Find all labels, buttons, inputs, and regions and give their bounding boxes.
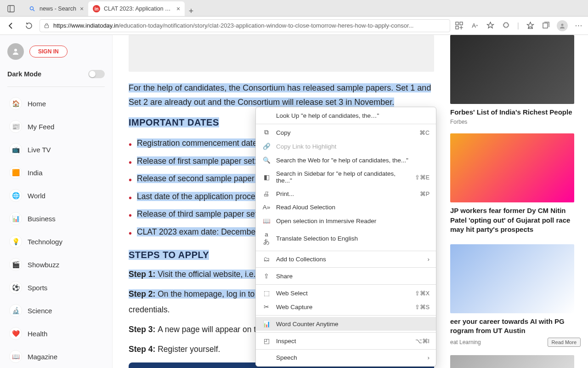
sidebar-item-live-tv[interactable]: 📺Live TV — [7, 139, 105, 160]
ctx-print[interactable]: 🖨Print...⌘P — [256, 187, 436, 201]
close-tab-icon[interactable]: × — [176, 5, 180, 12]
chevron-right-icon: › — [428, 256, 430, 263]
ctx-word-counter[interactable]: 📊Word Counter Anytime — [256, 317, 436, 331]
favorites-bar-icon[interactable] — [526, 21, 535, 30]
tab-title: news - Search — [40, 6, 76, 12]
ctx-immersive[interactable]: 📖Open selection in Immersive Reader — [256, 214, 436, 228]
sidebar-item-world[interactable]: 🌐World — [7, 185, 105, 206]
ctx-inspect[interactable]: ◰Inspect⌥⌘I — [256, 334, 436, 348]
svg-rect-6 — [460, 22, 463, 25]
profile-avatar-icon[interactable] — [557, 20, 568, 31]
tab-panel-button[interactable] — [4, 1, 18, 16]
sidebar-item-showbuzz[interactable]: 🎬Showbuzz — [7, 254, 105, 275]
card-thumbnail — [450, 133, 574, 202]
card-thumbnail — [450, 355, 574, 368]
toolbar-icons: A» | ··· — [455, 20, 583, 31]
sidebar-item-technology[interactable]: 💡Technology — [7, 231, 105, 252]
sidebar-item-science[interactable]: 🔬Science — [7, 300, 105, 321]
collections-icon: 🗂 — [262, 256, 271, 263]
ctx-search-web[interactable]: 🔍Search the Web for "e help of candidate… — [256, 153, 436, 167]
favorite-icon[interactable] — [486, 21, 495, 30]
translate-icon: aあ — [262, 231, 271, 246]
copy-icon: ⧉ — [262, 129, 271, 136]
dark-mode-toggle[interactable] — [88, 70, 105, 78]
ad-placeholder — [129, 35, 434, 72]
sidebar-item-sports[interactable]: ⚽Sports — [7, 277, 105, 298]
ctx-share[interactable]: ⇪Share — [256, 269, 436, 283]
sidebar-item-magazine[interactable]: 📖Magazine — [7, 346, 105, 367]
more-icon[interactable]: ··· — [574, 21, 583, 30]
nav-label: Business — [28, 215, 56, 223]
word-counter-icon: 📊 — [262, 320, 271, 328]
nav-label: Technology — [28, 238, 62, 246]
sidebar-item-home[interactable]: 🏠Home — [7, 93, 105, 114]
web-select-icon: ⬚ — [262, 289, 271, 297]
apps-icon[interactable] — [455, 21, 464, 30]
nav-label: My Feed — [28, 123, 54, 131]
signin-button[interactable]: SIGN IN — [29, 46, 68, 58]
immersive-icon: 📖 — [262, 217, 271, 224]
card-thumbnail — [450, 35, 574, 104]
ctx-speech[interactable]: Speech› — [256, 351, 436, 364]
context-menu: Look Up "e help of candidates, the…" ⧉Co… — [255, 107, 436, 367]
tab-title: CLAT 2023: Application windo — [104, 6, 173, 12]
nav-icon: 🏠 — [9, 97, 22, 110]
ctx-lookup[interactable]: Look Up "e help of candidates, the…" — [256, 109, 436, 122]
ctx-collections[interactable]: 🗂Add to Collections› — [256, 253, 436, 266]
web-capture-icon: ✂ — [262, 303, 271, 310]
address-bar: https://www.indiatoday.in/education-toda… — [0, 17, 588, 35]
svg-rect-4 — [45, 25, 49, 28]
card-source: eat Learning — [450, 339, 481, 345]
right-rail-card[interactable]: Forbes' List of India's Richest PeopleFo… — [450, 35, 581, 125]
browser-tab-1[interactable]: news - Search × — [24, 1, 88, 16]
ctx-web-capture[interactable]: ✂Web Capture⇧⌘S — [256, 300, 436, 314]
nav-icon: ⚽ — [9, 281, 22, 294]
ctx-web-select[interactable]: ⬚Web Select⇧⌘X — [256, 286, 436, 300]
search-icon: 🔍 — [262, 156, 271, 164]
ctx-copy[interactable]: ⧉Copy⌘C — [256, 126, 436, 139]
sidebar-item-my-feed[interactable]: 📰My Feed — [7, 116, 105, 137]
sidebar-search-icon: ◧ — [262, 173, 271, 181]
browser-tab-2-active[interactable]: in CLAT 2023: Application windo × — [88, 1, 185, 16]
right-rail-card[interactable]: eer your career towards AI with PG rogra… — [450, 244, 581, 347]
card-thumbnail — [450, 244, 574, 313]
extensions-icon[interactable] — [502, 21, 511, 30]
svg-rect-9 — [543, 23, 548, 28]
right-rail-card[interactable]: What is CWC that Congress is trying to — [450, 355, 581, 368]
indiatoday-favicon: in — [93, 5, 100, 12]
svg-rect-7 — [456, 26, 458, 29]
right-rail-card[interactable]: JP workers fear former Dy CM Nitin Patel… — [450, 133, 581, 236]
site-sidebar: SIGN IN Dark Mode 🏠Home📰My Feed📺Live TV🟧… — [0, 35, 113, 368]
nav-icon: 🎬 — [9, 258, 22, 271]
back-button[interactable] — [5, 19, 17, 32]
nav-icon: 📰 — [9, 120, 22, 133]
ctx-translate[interactable]: aあTranslate Selection to English — [256, 228, 436, 249]
nav-label: World — [28, 192, 45, 200]
user-avatar[interactable] — [7, 43, 24, 60]
close-tab-icon[interactable]: × — [80, 5, 84, 12]
share-icon: ⇪ — [262, 272, 271, 280]
dark-mode-row: Dark Mode — [7, 70, 105, 87]
read-more-button[interactable]: Read More — [548, 338, 581, 347]
svg-point-2 — [30, 7, 34, 10]
inspect-icon: ◰ — [262, 337, 271, 345]
new-tab-button[interactable]: + — [185, 6, 198, 16]
nav-icon: 🌐 — [9, 189, 22, 202]
browser-tab-strip: news - Search × in CLAT 2023: Applicatio… — [0, 0, 588, 17]
sidebar-item-business[interactable]: 📊Business — [7, 208, 105, 229]
ctx-read-aloud[interactable]: A»Read Aloud Selection — [256, 201, 436, 214]
sidebar-item-health[interactable]: ❤️Health — [7, 323, 105, 344]
ctx-copy-link: 🔗Copy Link to Highlight — [256, 139, 436, 153]
collections-icon[interactable] — [541, 21, 550, 30]
sidebar-item-india[interactable]: 🟧India — [7, 162, 105, 183]
link-icon: 🔗 — [262, 143, 271, 150]
nav-icon: 🔬 — [9, 304, 22, 317]
url-host: https://www.indiatoday.in — [53, 22, 119, 29]
nav-label: Magazine — [28, 353, 57, 361]
card-title: eer your career towards AI with PG rogra… — [450, 317, 581, 336]
ctx-search-sidebar[interactable]: ◧Search in Sidebar for "e help of candid… — [256, 167, 436, 187]
card-source: Forbes — [450, 119, 467, 125]
refresh-button[interactable] — [22, 19, 35, 32]
text-size-icon[interactable]: A» — [470, 21, 480, 30]
url-box[interactable]: https://www.indiatoday.in/education-toda… — [40, 19, 450, 32]
